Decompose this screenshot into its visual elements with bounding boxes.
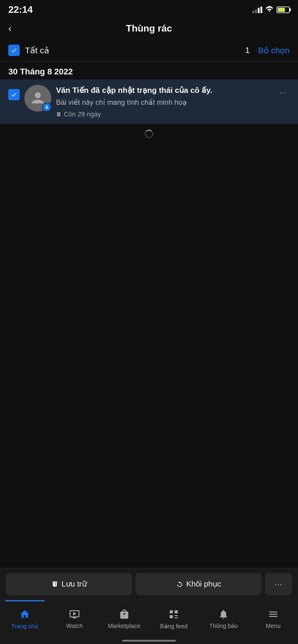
home-indicator bbox=[122, 640, 176, 642]
tab-home[interactable]: Trang chủ bbox=[0, 600, 50, 638]
expiry-text: Còn 29 ngày bbox=[64, 110, 101, 118]
post-more-button[interactable]: ··· bbox=[277, 87, 290, 98]
home-icon bbox=[19, 609, 30, 621]
active-indicator bbox=[5, 600, 45, 601]
watch-icon bbox=[69, 609, 80, 621]
select-all-checkbox[interactable] bbox=[8, 45, 20, 56]
svg-point-0 bbox=[35, 92, 41, 98]
archive-icon bbox=[51, 581, 58, 588]
svg-rect-3 bbox=[175, 610, 178, 613]
avatar-badge bbox=[42, 103, 51, 112]
date-heading: 30 Tháng 8 2022 bbox=[8, 67, 73, 76]
avatar bbox=[24, 85, 51, 112]
page-title: Thùng rác bbox=[126, 23, 172, 34]
header: ‹ Thùng rác bbox=[0, 18, 298, 39]
empty-area bbox=[0, 144, 298, 382]
tab-menu[interactable]: Menu bbox=[248, 600, 298, 638]
post-expiry: Còn 29 ngày bbox=[56, 110, 272, 118]
back-button[interactable]: ‹ bbox=[8, 23, 12, 34]
restore-button[interactable]: Khôi phục bbox=[136, 573, 262, 595]
more-options-label: ··· bbox=[275, 580, 283, 588]
post-subtitle: Bài viết này chỉ mang tính chất minh hoạ bbox=[56, 97, 272, 107]
archive-label: Lưu trữ bbox=[61, 579, 86, 589]
select-all-label: Tất cả bbox=[25, 46, 245, 55]
loading-spinner bbox=[145, 130, 153, 138]
select-all-row: Tất cả 1 Bỏ chọn bbox=[0, 39, 298, 62]
status-icons bbox=[252, 5, 290, 15]
post-content: Văn Tiến đã cập nhật trạng thái của cô ấ… bbox=[56, 85, 272, 118]
svg-rect-2 bbox=[170, 610, 173, 613]
tab-bar: Trang chủ Watch Marketplace Bảng feed Th… bbox=[0, 600, 298, 644]
select-count: 1 bbox=[245, 46, 250, 55]
tab-menu-label: Menu bbox=[266, 623, 281, 629]
bottom-action-bar: Lưu trữ Khôi phục ··· bbox=[0, 568, 298, 600]
notifications-icon bbox=[218, 609, 229, 621]
post-title: Văn Tiến đã cập nhật trạng thái của cô ấ… bbox=[56, 85, 272, 96]
svg-rect-4 bbox=[170, 615, 173, 618]
menu-icon bbox=[268, 609, 279, 621]
wifi-icon bbox=[265, 5, 274, 15]
feed-icon bbox=[168, 609, 179, 621]
tab-marketplace-label: Marketplace bbox=[108, 623, 140, 629]
tab-watch-label: Watch bbox=[66, 623, 83, 629]
status-time: 22:14 bbox=[8, 4, 33, 15]
tab-feed[interactable]: Bảng feed bbox=[149, 600, 199, 638]
battery-icon bbox=[277, 7, 290, 13]
date-section: 30 Tháng 8 2022 bbox=[0, 62, 298, 79]
status-bar: 22:14 bbox=[0, 0, 298, 18]
tab-home-label: Trang chủ bbox=[11, 623, 38, 630]
restore-label: Khôi phục bbox=[186, 579, 221, 589]
loading-spinner-wrap bbox=[0, 124, 298, 144]
more-options-button[interactable]: ··· bbox=[265, 573, 292, 595]
post-checkbox[interactable] bbox=[8, 89, 20, 100]
deselect-button[interactable]: Bỏ chọn bbox=[258, 46, 290, 55]
tab-watch[interactable]: Watch bbox=[50, 600, 100, 638]
tab-notifications[interactable]: Thông báo bbox=[199, 600, 249, 638]
signal-icon bbox=[252, 7, 262, 13]
restore-icon bbox=[176, 581, 183, 588]
svg-point-1 bbox=[46, 105, 47, 107]
tab-marketplace[interactable]: Marketplace bbox=[99, 600, 149, 638]
archive-button[interactable]: Lưu trữ bbox=[6, 573, 132, 595]
trash-icon bbox=[56, 112, 61, 117]
marketplace-icon bbox=[119, 609, 130, 621]
tab-notifications-label: Thông báo bbox=[209, 623, 238, 629]
tab-feed-label: Bảng feed bbox=[160, 623, 187, 630]
post-item[interactable]: Văn Tiến đã cập nhật trạng thái của cô ấ… bbox=[0, 79, 298, 124]
